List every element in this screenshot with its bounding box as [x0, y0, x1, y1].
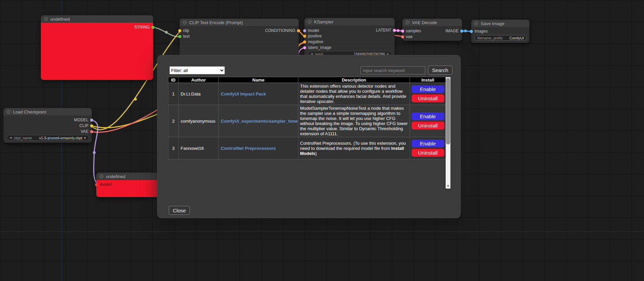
scrollbar-thumb[interactable]	[446, 78, 450, 144]
input-slot-images[interactable]: images	[470, 29, 488, 33]
slot-label: latent_image	[308, 46, 331, 50]
slot-dot[interactable]	[401, 30, 404, 33]
search-button[interactable]: Search	[428, 66, 452, 75]
extension-description: This extension offers various detector n…	[298, 83, 410, 105]
col-header-id: ID	[168, 77, 179, 83]
slot-dot[interactable]	[460, 30, 463, 33]
node-vae-decode[interactable]: VAE Decode samples vae IMAGE	[402, 19, 462, 41]
input-slot-positive[interactable]: positive	[303, 34, 322, 38]
collapse-dot[interactable]	[6, 110, 11, 114]
output-slot-conditioning[interactable]: CONDITIONING	[265, 29, 300, 33]
slot-dot[interactable]	[90, 130, 93, 133]
extension-install-cell: EnableUninstall	[410, 105, 446, 137]
extension-name-link[interactable]: ControlNet Preprocessors	[221, 146, 276, 151]
extension-author: comfyanonymous	[179, 105, 219, 137]
scrollbar[interactable]: ▼	[446, 77, 450, 189]
extension-row: 3Fannovel16ControlNet PreprocessorsContr…	[168, 137, 446, 159]
output-slot-model[interactable]: MODEL	[74, 118, 93, 122]
link-dot	[464, 30, 467, 32]
input-slot-clip[interactable]: clip	[178, 29, 189, 33]
extension-description: ControlNet Preprocessors. (To use this e…	[298, 137, 410, 159]
slot-dot[interactable]	[393, 29, 396, 32]
node-titlebar[interactable]: Load Checkpoint	[3, 108, 92, 116]
output-slot-clip[interactable]: CLIP	[79, 124, 93, 128]
graph-canvas[interactable]: undefined STRING CLIP Text Encode (Promp…	[0, 0, 644, 281]
scrollbar-down-arrow[interactable]: ▼	[446, 184, 450, 188]
search-input[interactable]	[361, 66, 425, 74]
slot-dot[interactable]	[303, 40, 306, 43]
node-titlebar[interactable]: KSampler	[304, 18, 395, 25]
slot-dot[interactable]	[297, 29, 300, 32]
filter-select[interactable]: Filter: all	[169, 66, 225, 74]
slot-label: IMAGE	[445, 29, 459, 33]
collapse-dot[interactable]	[44, 17, 48, 21]
collapse-dot[interactable]	[183, 20, 187, 24]
node-titlebar[interactable]: Save Image	[471, 20, 529, 27]
input-slot-samples[interactable]: samples	[401, 29, 421, 33]
slot-dot[interactable]	[151, 26, 154, 29]
node-undefined-top[interactable]: undefined STRING	[41, 15, 153, 80]
enable-button[interactable]: Enable	[412, 112, 444, 120]
output-slot-string[interactable]: STRING	[134, 25, 154, 29]
col-header-author: Author	[179, 77, 219, 83]
custom-nodes-manager-dialog: Filter: all Search ID Author Name Descri…	[157, 55, 461, 218]
slot-label: MODEL	[74, 118, 88, 122]
filename-prefix-widget[interactable]: filename_prefix ComfyUI	[475, 35, 527, 41]
slot-label: text	[183, 34, 189, 38]
close-button[interactable]: Close	[169, 206, 190, 215]
slot-dot[interactable]	[178, 35, 181, 38]
input-slot-model[interactable]: model	[303, 29, 319, 33]
uninstall-button[interactable]: Uninstall	[412, 122, 444, 129]
node-load-checkpoint[interactable]: Load Checkpoint MODEL CLIP VAE ◀ ckpt_na…	[3, 108, 92, 143]
col-header-description: Description	[298, 77, 410, 83]
input-slot-text[interactable]: text	[178, 34, 189, 38]
table-header-row: ID Author Name Description Install	[168, 77, 446, 83]
extension-name-link[interactable]: ComfyUI_experiments/sampler_tonemap	[221, 119, 298, 124]
node-title: undefined	[106, 174, 125, 179]
extensions-table: ID Author Name Description Install 1Dr.L…	[168, 77, 446, 159]
slot-dot[interactable]	[303, 29, 306, 32]
collapse-dot[interactable]	[406, 20, 410, 24]
slot-label: positive	[308, 34, 322, 38]
uninstall-button[interactable]: Uninstall	[412, 149, 444, 157]
slot-dot[interactable]	[90, 124, 93, 127]
node-titlebar[interactable]: CLIP Text Encode (Prompt)	[180, 19, 299, 26]
collapse-dot[interactable]	[99, 174, 103, 178]
ckpt-name-widget[interactable]: ◀ ckpt_name v1-5-pruned-emaonly.ckpt ▶	[7, 135, 89, 141]
input-slot-model[interactable]: model	[95, 182, 112, 187]
slot-dot[interactable]	[401, 35, 404, 38]
node-undefined-bottom[interactable]: undefined model	[96, 173, 164, 197]
slot-dot[interactable]	[303, 46, 306, 49]
slot-dot[interactable]	[303, 35, 306, 38]
input-slot-latent-image[interactable]: latent_image	[303, 46, 331, 50]
collapse-dot[interactable]	[308, 20, 312, 24]
output-slot-vae[interactable]: VAE	[81, 129, 93, 134]
node-titlebar[interactable]: undefined	[41, 15, 153, 23]
output-slot-image[interactable]: IMAGE	[445, 29, 463, 33]
col-header-install: Install	[410, 77, 446, 83]
slot-label: images	[475, 29, 488, 33]
slot-label: VAE	[81, 129, 88, 134]
extension-install-cell: EnableUninstall	[410, 83, 446, 105]
output-slot-latent[interactable]: LATENT	[376, 28, 396, 32]
node-title: Save Image	[481, 21, 504, 26]
extension-name-link[interactable]: ComfyUI Impact Pack	[221, 91, 266, 96]
increment-arrow[interactable]: ▶	[84, 136, 86, 139]
slot-dot[interactable]	[95, 183, 98, 186]
slot-dot[interactable]	[470, 30, 473, 33]
input-slot-negative[interactable]: negative	[303, 40, 323, 44]
enable-button[interactable]: Enable	[412, 85, 444, 93]
decrement-arrow[interactable]: ◀	[10, 136, 12, 139]
input-slot-vae[interactable]: vae	[401, 35, 412, 39]
node-title: VAE Decode	[412, 20, 437, 25]
node-titlebar[interactable]: undefined	[96, 173, 164, 180]
uninstall-button[interactable]: Uninstall	[412, 94, 444, 102]
slot-dot[interactable]	[90, 119, 93, 122]
slot-dot[interactable]	[178, 29, 181, 32]
extension-author: Fannovel16	[179, 137, 219, 159]
node-save-image[interactable]: Save Image images filename_prefix ComfyU…	[471, 20, 529, 43]
enable-button[interactable]: Enable	[412, 140, 444, 147]
collapse-dot[interactable]	[474, 21, 478, 25]
node-titlebar[interactable]: VAE Decode	[402, 19, 462, 26]
slot-label: model	[100, 182, 112, 187]
